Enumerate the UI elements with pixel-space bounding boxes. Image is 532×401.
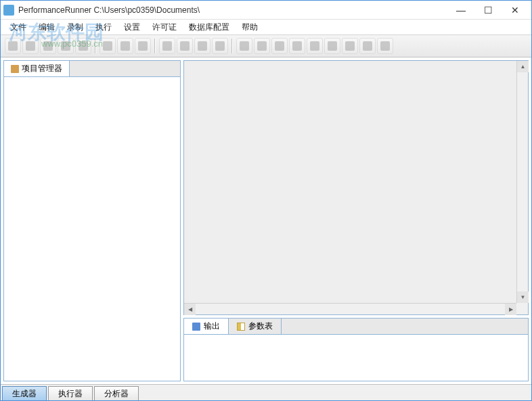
minimize-button[interactable]: —: [447, 1, 474, 19]
scroll-down-button[interactable]: ▼: [517, 291, 529, 303]
output-body[interactable]: [184, 335, 528, 381]
save-icon: [43, 41, 53, 51]
toolbar-separator: [231, 39, 233, 53]
toolbar-new-button[interactable]: [5, 38, 21, 54]
tab-generator[interactable]: 生成器: [2, 386, 47, 400]
tab-output[interactable]: 输出: [184, 319, 229, 334]
toolbar-inc-button[interactable]: [254, 38, 270, 54]
vertical-scrollbar[interactable]: ▲ ▼: [516, 61, 528, 303]
menu-license[interactable]: 许可证: [147, 20, 182, 34]
menubar: 文件 编辑 录制 执行 设置 许可证 数据库配置 帮助: [1, 20, 531, 34]
window-title: PerformanceRunner C:\Users\pc0359\Docume…: [18, 5, 447, 15]
scrollbar-corner: [516, 303, 528, 314]
bracket-icon: [310, 41, 319, 51]
pin-icon: [215, 41, 225, 51]
bracket-icon: [275, 41, 284, 51]
toolbar-bracket1-button[interactable]: [271, 38, 288, 54]
toolbar-bracket3-button[interactable]: [307, 38, 323, 54]
tab-label: 项目管理器: [22, 63, 62, 74]
toolbar-separator: [154, 39, 156, 53]
maximize-button[interactable]: ☐: [474, 1, 502, 19]
toolbar-copy-button[interactable]: [117, 38, 133, 54]
tab-project-explorer[interactable]: 项目管理器: [4, 61, 70, 76]
cut-icon: [103, 41, 112, 51]
toolbar-bracket5-button[interactable]: [359, 38, 376, 54]
paste-icon: [138, 41, 148, 51]
menu-database[interactable]: 数据库配置: [183, 20, 235, 34]
right-panel: ▲ ▼ ◀ ▶ 输出 参数表: [183, 60, 529, 381]
toolbar: [1, 34, 531, 57]
record-icon: [61, 41, 70, 51]
toolbar-open-button[interactable]: [22, 38, 39, 54]
toolbar-bracket4-button[interactable]: [324, 38, 340, 54]
tab-params[interactable]: 参数表: [229, 319, 282, 334]
project-explorer-panel: 项目管理器: [3, 60, 181, 381]
copy-icon: [120, 41, 130, 51]
close-button[interactable]: ✕: [502, 1, 529, 19]
menu-help[interactable]: 帮助: [236, 20, 263, 34]
check-icon: [162, 41, 172, 51]
table-icon: [237, 323, 245, 331]
statusbar: 生成器 执行器 分析器: [1, 384, 531, 400]
bottom-tabs: 输出 参数表: [184, 319, 528, 335]
tab-label: 参数表: [248, 321, 273, 332]
main-area: 项目管理器 ▲ ▼ ◀ ▶: [1, 57, 531, 384]
toolbar-record-button[interactable]: [58, 38, 74, 54]
toolbar-paste-button[interactable]: [135, 38, 151, 54]
app-window: PerformanceRunner C:\Users\pc0359\Docume…: [0, 0, 532, 401]
output-panel: 输出 参数表: [183, 318, 529, 381]
app-icon: [3, 5, 14, 16]
flag-icon: [198, 41, 207, 51]
scroll-up-button[interactable]: ▲: [517, 61, 529, 72]
toolbar-text-button[interactable]: [236, 38, 252, 54]
delete-icon: [79, 41, 88, 51]
left-panel-tabs: 项目管理器: [4, 61, 180, 77]
menu-file[interactable]: 文件: [5, 20, 32, 34]
tab-executor[interactable]: 执行器: [48, 386, 93, 400]
bracket-icon: [363, 41, 372, 51]
toolbar-check-button[interactable]: [159, 38, 175, 54]
arrow-icon: [180, 41, 190, 51]
text-icon: [240, 41, 249, 51]
bracket-icon: [380, 41, 390, 51]
tab-label: 输出: [204, 321, 220, 332]
scroll-left-button[interactable]: ◀: [184, 304, 196, 315]
menu-edit[interactable]: 编辑: [33, 20, 60, 34]
tab-analyzer[interactable]: 分析器: [94, 386, 139, 400]
output-icon: [192, 323, 200, 331]
menu-record[interactable]: 录制: [62, 20, 89, 34]
open-icon: [26, 41, 35, 51]
grid-icon: [345, 41, 355, 51]
tab-filler: [70, 61, 180, 76]
editor-area[interactable]: ▲ ▼ ◀ ▶: [183, 60, 529, 315]
toolbar-bracket2-button[interactable]: [289, 38, 305, 54]
toolbar-grid-button[interactable]: [342, 38, 358, 54]
toolbar-save-button[interactable]: [40, 38, 56, 54]
menu-run[interactable]: 执行: [90, 20, 117, 34]
new-icon: [8, 41, 18, 51]
toolbar-separator: [95, 39, 96, 53]
toolbar-delete-button[interactable]: [75, 38, 91, 54]
toolbar-flag-button[interactable]: [194, 38, 210, 54]
menu-settings[interactable]: 设置: [118, 20, 146, 34]
window-controls: — ☐ ✕: [447, 1, 529, 19]
toolbar-cut-button[interactable]: [99, 38, 116, 54]
bracket-icon: [328, 41, 337, 51]
horizontal-scrollbar[interactable]: ◀ ▶: [184, 303, 516, 314]
scroll-right-button[interactable]: ▶: [505, 304, 516, 315]
toolbar-arrow-button[interactable]: [177, 38, 193, 54]
toolbar-pin-button[interactable]: [212, 38, 228, 54]
inc-icon: [257, 41, 267, 51]
bracket-icon: [292, 41, 302, 51]
toolbar-bracket6-button[interactable]: [377, 38, 393, 54]
titlebar[interactable]: PerformanceRunner C:\Users\pc0359\Docume…: [1, 1, 531, 20]
project-icon: [11, 65, 19, 73]
project-tree[interactable]: [4, 77, 180, 381]
